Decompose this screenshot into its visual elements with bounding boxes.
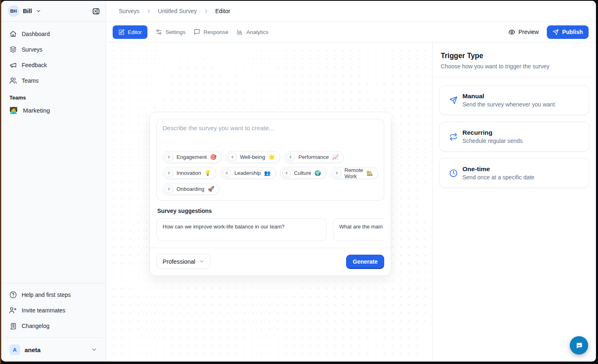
- generate-button[interactable]: Generate: [346, 255, 384, 268]
- sidebar-item-label: Surveys: [22, 46, 43, 53]
- prompt-box: Engagement 🎯 Well-being 🌟: [156, 119, 384, 201]
- topic-chip-culture[interactable]: Culture 🌍: [280, 167, 326, 179]
- home-icon: [9, 30, 17, 38]
- sidebar-item-dashboard[interactable]: Dashboard: [6, 27, 101, 41]
- chip-label: Innovation: [177, 170, 201, 176]
- sidebar-footer: Help and first steps Invite teammates Ch…: [1, 283, 106, 362]
- chart-emoji-icon: 📈: [332, 154, 339, 160]
- sidebar: BH Bill Dashboard Surveys: [1, 1, 106, 362]
- topic-chip-well-being[interactable]: Well-being 🌟: [226, 151, 280, 163]
- toolbar: Editor Settings Response Analytics: [106, 22, 596, 43]
- user-name: aneta: [25, 346, 41, 353]
- option-description: Send the survey whenever you want: [462, 101, 555, 108]
- tab-label: Analytics: [247, 29, 269, 35]
- topic-chip-remote-work[interactable]: Remote Work 🏡: [331, 167, 378, 179]
- tab-response[interactable]: Response: [194, 29, 229, 35]
- editor-canvas[interactable]: Engagement 🎯 Well-being 🌟: [106, 43, 432, 362]
- sidebar-item-invite[interactable]: Invite teammates: [6, 303, 101, 318]
- chat-launcher-button[interactable]: [570, 336, 588, 355]
- repeat-icon: [449, 133, 458, 141]
- sidebar-nav: Dashboard Surveys Feedback Teams: [1, 22, 106, 88]
- option-title: Recurring: [462, 129, 523, 136]
- breadcrumb-surveys[interactable]: Surveys: [119, 8, 140, 14]
- trigger-options: Manual Send the survey whenever you want…: [433, 77, 596, 196]
- topic-chip-onboarding[interactable]: Onboarding 🚀: [163, 183, 220, 195]
- breadcrumb-editor: Editor: [215, 8, 231, 14]
- sliders-icon: [156, 29, 162, 35]
- plus-icon: [286, 153, 295, 161]
- tone-value: Professional: [163, 258, 195, 265]
- trigger-option-recurring[interactable]: Recurring Schedule regular sends: [439, 122, 589, 151]
- user-avatar: A: [9, 344, 20, 355]
- chip-label: Performance: [298, 154, 328, 160]
- star-emoji-icon: 🌟: [268, 154, 275, 160]
- sidebar-item-label: Invite teammates: [22, 307, 66, 314]
- topic-chip-performance[interactable]: Performance 📈: [284, 151, 344, 163]
- user-menu[interactable]: A aneta: [6, 341, 101, 358]
- composer-footer: Professional Generate: [150, 248, 391, 276]
- topic-chip-engagement[interactable]: Engagement 🎯: [163, 151, 222, 163]
- option-description: Schedule regular sends: [462, 138, 523, 144]
- sidebar-item-feedback[interactable]: Feedback: [6, 58, 101, 72]
- tab-label: Editor: [128, 29, 142, 35]
- tab-editor[interactable]: Editor: [113, 25, 147, 39]
- sidebar-item-label: Dashboard: [22, 31, 50, 37]
- app-window: BH Bill Dashboard Surveys: [1, 1, 596, 362]
- preview-button[interactable]: Preview: [508, 29, 539, 36]
- tab-analytics[interactable]: Analytics: [237, 29, 269, 35]
- panel-subtitle: Choose how you want to trigger the surve…: [441, 63, 588, 70]
- plus-icon: [228, 153, 237, 161]
- sidebar-item-teams[interactable]: Teams: [6, 73, 101, 88]
- chat-smile-icon: [574, 341, 584, 350]
- plus-icon: [333, 169, 341, 177]
- chip-label: Culture: [294, 170, 311, 176]
- chevron-right-icon: [146, 8, 152, 14]
- tab-label: Response: [204, 29, 229, 35]
- chevron-right-icon: [203, 8, 209, 14]
- plus-icon: [165, 169, 173, 177]
- user-plus-icon: [9, 307, 17, 314]
- newspaper-icon: [9, 322, 17, 330]
- sidebar-item-changelog[interactable]: Changelog: [6, 319, 101, 333]
- survey-description-input[interactable]: [163, 124, 378, 151]
- sidebar-item-surveys[interactable]: Surveys: [6, 42, 101, 57]
- chevron-down-icon: [36, 8, 41, 14]
- layers-icon: [9, 46, 17, 53]
- send-icon: [553, 29, 559, 35]
- suggestion-card[interactable]: How can we improve work-life balance in …: [156, 218, 326, 241]
- tab-settings[interactable]: Settings: [156, 29, 186, 35]
- trigger-option-one-time[interactable]: One-time Send once at a specific date: [439, 158, 589, 188]
- chip-label: Remote Work: [344, 167, 363, 179]
- sidebar-team-marketing[interactable]: 🧑‍💻 Marketing: [1, 103, 106, 117]
- publish-button[interactable]: Publish: [547, 25, 589, 39]
- tab-label: Settings: [165, 29, 186, 35]
- sidebar-toggle-icon[interactable]: [92, 7, 100, 15]
- plus-icon: [222, 169, 231, 177]
- trigger-option-manual[interactable]: Manual Send the survey whenever you want: [439, 85, 589, 115]
- send-icon: [449, 96, 458, 104]
- chip-label: Well-being: [240, 154, 265, 160]
- busts-emoji-icon: 👥: [264, 170, 271, 176]
- suggestion-card[interactable]: What are the main ob: [333, 218, 384, 241]
- team-label: Marketing: [23, 107, 50, 114]
- pencil-square-icon: [118, 29, 125, 35]
- chip-label: Leadership: [234, 170, 260, 176]
- chevron-down-icon: [199, 258, 205, 265]
- house-emoji-icon: 🏡: [366, 170, 373, 176]
- workspace-switcher[interactable]: BH Bill: [1, 1, 106, 22]
- tone-select[interactable]: Professional: [156, 254, 210, 269]
- option-description: Send once at a specific date: [462, 174, 535, 181]
- workspace-avatar: BH: [8, 5, 19, 17]
- plus-icon: [282, 169, 291, 177]
- megaphone-icon: [9, 61, 17, 69]
- option-title: One-time: [462, 165, 535, 173]
- sidebar-section-teams: Teams: [9, 95, 102, 101]
- users-icon: [9, 77, 17, 84]
- preview-label: Preview: [519, 29, 539, 35]
- rocket-emoji-icon: 🚀: [208, 186, 214, 192]
- topic-chip-leadership[interactable]: Leadership 👥: [220, 167, 276, 179]
- sidebar-item-help[interactable]: Help and first steps: [6, 287, 101, 302]
- topic-chip-innovation[interactable]: Innovation 💡: [163, 167, 216, 179]
- eye-icon: [508, 29, 515, 36]
- breadcrumb-untitled-survey[interactable]: Untitled Survey: [158, 8, 197, 14]
